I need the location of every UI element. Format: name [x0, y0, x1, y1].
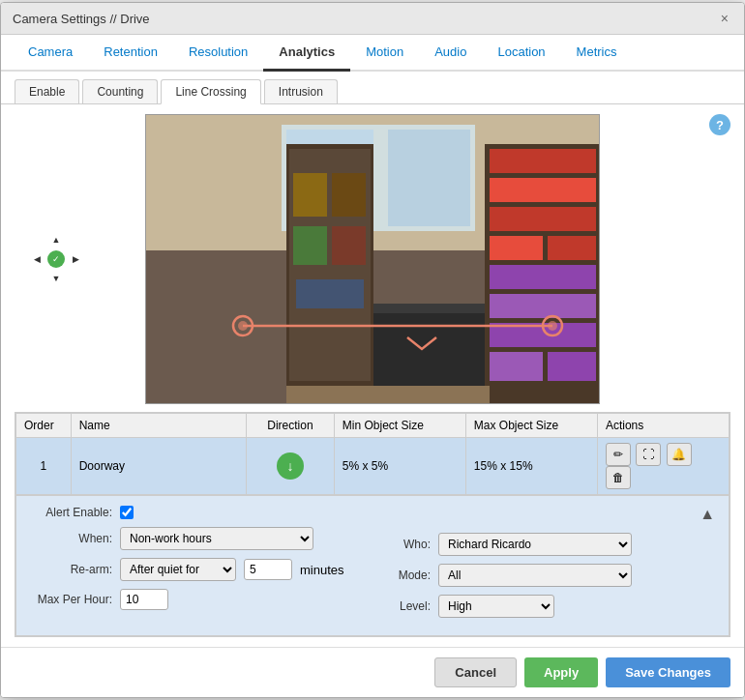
svg-rect-9	[293, 173, 327, 217]
tab-analytics[interactable]: Analytics	[263, 35, 350, 72]
when-label: When:	[30, 532, 112, 545]
subtab-intrusion[interactable]: Intrusion	[264, 79, 338, 103]
nav-confirm-icon[interactable]: ✓	[47, 250, 65, 268]
dialog-window: Camera Settings // Drive × Camera Retent…	[0, 2, 745, 698]
mode-row: Mode: All Email SMS	[382, 564, 715, 587]
crossings-table-wrapper: Order Name Direction Min Object Size Max…	[15, 412, 730, 637]
alert-enable-label: Alert Enable:	[30, 506, 112, 519]
cell-name: Doorway	[71, 438, 246, 495]
svg-rect-24	[548, 352, 596, 381]
tab-audio[interactable]: Audio	[419, 35, 482, 72]
mode-select[interactable]: All Email SMS	[438, 564, 632, 587]
col-name: Name	[71, 414, 246, 438]
max-per-hour-row: Max Per Hour:	[30, 589, 363, 610]
svg-rect-15	[490, 149, 596, 173]
table-row: 1 Doorway ↓ 5% x 5% 15% x 15% ✏ ⛶ 🔔 🗑	[16, 438, 730, 495]
svg-rect-13	[296, 279, 364, 308]
camera-view-container: ▲ ◀ ✓ ▶ ▼	[15, 114, 730, 404]
expand-button[interactable]: ⛶	[636, 443, 661, 466]
svg-rect-11	[293, 226, 327, 265]
alert-panel: Alert Enable: When: Non-work hours Alway…	[15, 495, 730, 636]
tab-motion[interactable]: Motion	[350, 35, 419, 72]
delete-button[interactable]: 🗑	[606, 466, 631, 489]
subtab-counting[interactable]: Counting	[82, 79, 158, 103]
svg-rect-23	[490, 352, 543, 381]
camera-feed	[145, 114, 600, 404]
store-scene-svg	[146, 115, 600, 404]
svg-rect-4	[388, 130, 470, 226]
direction-icon: ↓	[277, 452, 304, 480]
cell-actions: ✏ ⛶ 🔔 🗑	[597, 438, 729, 495]
apply-button[interactable]: Apply	[524, 657, 598, 687]
svg-rect-19	[548, 236, 596, 260]
cell-direction: ↓	[247, 438, 335, 495]
svg-rect-21	[490, 294, 596, 318]
col-actions: Actions	[597, 414, 729, 438]
nav-down-icon[interactable]: ▼	[47, 270, 65, 287]
nav-arrows: ▲ ◀ ✓ ▶ ▼	[28, 231, 84, 287]
tab-resolution[interactable]: Resolution	[173, 35, 263, 72]
minutes-label: minutes	[300, 563, 344, 577]
cell-min-object: 5% x 5%	[334, 438, 465, 495]
bell-button[interactable]: 🔔	[667, 443, 692, 466]
alert-enable-checkbox[interactable]	[120, 506, 134, 519]
cancel-button[interactable]: Cancel	[434, 657, 517, 687]
who-select[interactable]: Richard Ricardo All Users	[438, 533, 632, 556]
table-header-row: Order Name Direction Min Object Size Max…	[16, 414, 730, 438]
dialog-title: Camera Settings // Drive	[13, 12, 150, 26]
level-label: Level:	[382, 599, 431, 613]
svg-rect-12	[332, 226, 366, 265]
subtab-line-crossing[interactable]: Line Crossing	[161, 79, 260, 104]
rearm-row: Re-arm: After quiet for Immediately minu…	[30, 558, 363, 581]
close-button[interactable]: ×	[717, 9, 732, 28]
titlebar: Camera Settings // Drive ×	[1, 3, 744, 35]
who-row: Who: Richard Ricardo All Users	[382, 533, 715, 556]
svg-rect-10	[332, 173, 366, 217]
who-label: Who:	[382, 538, 431, 551]
nav-right-icon[interactable]: ▶	[67, 250, 84, 268]
cell-max-object: 15% x 15%	[465, 438, 597, 495]
level-select[interactable]: High Medium Low	[438, 595, 554, 618]
main-tabs: Camera Retention Resolution Analytics Mo…	[1, 35, 744, 72]
svg-point-30	[548, 321, 557, 331]
svg-rect-18	[490, 236, 543, 260]
tab-retention[interactable]: Retention	[88, 35, 173, 72]
svg-rect-25	[286, 386, 490, 404]
svg-rect-20	[490, 265, 596, 289]
rearm-minutes-input[interactable]	[244, 559, 292, 580]
col-order: Order	[16, 414, 72, 438]
crossings-table: Order Name Direction Min Object Size Max…	[15, 413, 730, 495]
edit-button[interactable]: ✏	[606, 443, 631, 466]
nav-left-icon[interactable]: ◀	[28, 250, 45, 268]
tab-metrics[interactable]: Metrics	[561, 35, 633, 72]
tab-location[interactable]: Location	[482, 35, 560, 72]
save-changes-button[interactable]: Save Changes	[606, 657, 730, 687]
col-direction: Direction	[247, 414, 335, 438]
nav-up-icon[interactable]: ▲	[47, 231, 65, 248]
sub-tabs: Enable Counting Line Crossing Intrusion	[1, 72, 744, 104]
cell-order: 1	[16, 438, 72, 495]
svg-rect-16	[490, 178, 596, 202]
tab-camera[interactable]: Camera	[13, 35, 88, 72]
content-area: ▲ ◀ ✓ ▶ ▼	[1, 104, 744, 647]
footer: Cancel Apply Save Changes	[1, 647, 744, 697]
rearm-label: Re-arm:	[30, 563, 112, 576]
rearm-select[interactable]: After quiet for Immediately	[120, 558, 236, 581]
max-per-hour-label: Max Per Hour:	[30, 593, 112, 606]
help-icon[interactable]: ?	[709, 114, 730, 135]
max-per-hour-input[interactable]	[120, 589, 168, 610]
when-row: When: Non-work hours Always Work hours	[30, 527, 363, 550]
mode-label: Mode:	[382, 569, 431, 582]
col-max-object: Max Object Size	[465, 414, 597, 438]
svg-rect-17	[490, 207, 596, 231]
svg-point-28	[238, 321, 248, 331]
collapse-button[interactable]: ▲	[700, 506, 715, 523]
when-select[interactable]: Non-work hours Always Work hours	[120, 527, 313, 550]
alert-enable-row: Alert Enable:	[30, 506, 363, 519]
level-row: Level: High Medium Low	[382, 595, 715, 618]
col-min-object: Min Object Size	[334, 414, 465, 438]
subtab-enable[interactable]: Enable	[15, 79, 79, 103]
